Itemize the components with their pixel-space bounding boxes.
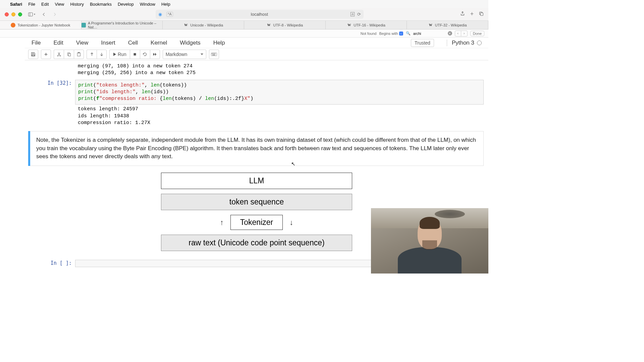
jp-menu-view[interactable]: View — [76, 40, 89, 46]
safari-toolbar: ▾ ◉ ᴬA localhost 🄰 ⟳ — [0, 8, 488, 21]
svg-rect-15 — [215, 53, 215, 54]
reader-aa-icon[interactable]: ᴬA — [166, 12, 173, 17]
diagram-tokseq-box: token sequence — [161, 194, 352, 210]
menu-window[interactable]: Window — [140, 2, 155, 7]
translate-icon[interactable]: 🄰 — [351, 12, 355, 17]
move-down-button[interactable] — [97, 50, 107, 59]
code-cell-32[interactable]: In [32]: print("tokens length:", len(tok… — [25, 80, 488, 128]
trusted-badge[interactable]: Trusted — [411, 39, 434, 47]
arrow-up-icon: ↑ — [220, 218, 224, 228]
menu-history[interactable]: History — [70, 2, 84, 7]
forward-button[interactable] — [51, 10, 59, 18]
cell-type-select[interactable]: Markdown — [163, 50, 206, 59]
find-notfound-label: Not found — [361, 32, 377, 36]
find-next-button[interactable]: › — [461, 31, 467, 36]
insert-cell-button[interactable] — [41, 50, 51, 59]
clear-search-icon[interactable]: ✕ — [448, 31, 452, 36]
cell-prompt-empty: In [ ]: — [25, 260, 75, 267]
tab-jupyter[interactable]: Tokenization - Jupyter Notebook — [0, 21, 82, 29]
prev-output: merging (97, 108) into a new token 274 m… — [75, 62, 488, 78]
privacy-shield-icon[interactable]: ◉ — [158, 12, 162, 17]
macos-menubar: Safari File Edit View History Bookmarks … — [0, 0, 488, 8]
minimize-window-button[interactable] — [11, 12, 15, 16]
jp-menu-file[interactable]: File — [32, 40, 41, 46]
menu-develop[interactable]: Develop — [118, 2, 134, 7]
tab-unicode-wiki[interactable]: WUnicode - Wikipedia — [163, 21, 244, 29]
wikipedia-favicon-icon: W — [428, 23, 433, 27]
tab-overview-icon[interactable] — [479, 11, 484, 17]
menu-bookmarks[interactable]: Bookmarks — [90, 2, 112, 7]
interrupt-button[interactable] — [130, 50, 140, 59]
diagram-tokenizer-box: Tokenizer — [230, 215, 283, 230]
jp-menu-kernel[interactable]: Kernel — [151, 40, 167, 46]
kernel-idle-icon — [477, 41, 482, 45]
jp-menu-edit[interactable]: Edit — [53, 40, 63, 46]
svg-rect-13 — [213, 53, 213, 54]
search-icon: 🔍 — [406, 31, 411, 36]
tab-unicode-blog[interactable]: A Programmer's Introduction to Unicode –… — [82, 21, 163, 29]
arrow-down-icon: ↓ — [289, 218, 293, 228]
jp-menu-widgets[interactable]: Widgets — [180, 40, 200, 46]
paste-button[interactable] — [74, 50, 84, 59]
copy-button[interactable] — [64, 50, 74, 59]
find-prev-button[interactable]: ‹ — [455, 31, 461, 36]
svg-rect-16 — [212, 54, 215, 55]
zoom-window-button[interactable] — [18, 12, 22, 16]
jupyter-menubar: File Edit View Insert Cell Kernel Widget… — [25, 38, 488, 48]
diagram-rawtext-box: raw text (Unicode code point sequence) — [161, 235, 352, 251]
find-mode-dropdown[interactable]: Begins with⌄ — [379, 32, 403, 36]
markdown-text: Note, the Tokenizer is a completely sepa… — [30, 131, 484, 166]
jupyter-favicon-icon — [11, 23, 15, 27]
tokenizer-diagram: LLM token sequence ↑ Tokenizer ↓ raw tex… — [161, 173, 352, 251]
tab-utf8-wiki[interactable]: WUTF-8 - Wikipedia — [244, 21, 326, 29]
restart-run-all-button[interactable] — [150, 50, 160, 59]
menu-help[interactable]: Help — [161, 2, 170, 7]
find-bar: Not found Begins with⌄ 🔍 ✕ ‹ › Done — [0, 29, 488, 38]
svg-rect-7 — [68, 53, 70, 56]
menu-file[interactable]: File — [28, 2, 35, 7]
webcam-overlay — [371, 208, 488, 274]
kernel-indicator[interactable]: Python 3 — [447, 40, 482, 46]
share-icon[interactable] — [460, 11, 465, 17]
menu-view[interactable]: View — [55, 2, 64, 7]
back-button[interactable] — [40, 10, 48, 18]
wikipedia-favicon-icon: W — [267, 23, 271, 27]
jupyter-toolbar: Run Markdown — [25, 48, 488, 60]
find-done-button[interactable]: Done — [470, 31, 484, 36]
sidebar-toggle[interactable]: ▾ — [28, 12, 35, 17]
address-host: localhost — [251, 12, 268, 17]
jp-menu-insert[interactable]: Insert — [101, 40, 115, 46]
move-up-button[interactable] — [87, 50, 97, 59]
chevron-down-icon: ⌄ — [399, 32, 403, 36]
close-window-button[interactable] — [5, 12, 9, 16]
app-name[interactable]: Safari — [10, 2, 22, 7]
reload-icon[interactable]: ⟳ — [357, 12, 361, 17]
new-tab-icon[interactable] — [470, 11, 474, 17]
jp-menu-help[interactable]: Help — [213, 40, 225, 46]
cut-button[interactable] — [54, 50, 64, 59]
cell-prompt: In [32]: — [25, 80, 75, 105]
tab-utf16-wiki[interactable]: WUTF-16 - Wikipedia — [326, 21, 407, 29]
find-input[interactable] — [413, 31, 445, 36]
save-button[interactable] — [28, 50, 38, 59]
wikipedia-favicon-icon: W — [183, 23, 188, 27]
run-button[interactable]: Run — [109, 50, 130, 59]
diagram-llm-box: LLM — [161, 173, 352, 189]
svg-rect-10 — [134, 53, 136, 55]
svg-rect-8 — [77, 53, 80, 56]
address-bar[interactable]: ◉ ᴬA localhost 🄰 ⟳ — [156, 10, 364, 19]
svg-rect-11 — [211, 53, 217, 56]
svg-point-5 — [59, 55, 61, 56]
find-nav: ‹ › — [455, 31, 468, 37]
menu-edit[interactable]: Edit — [41, 2, 49, 7]
svg-point-4 — [57, 55, 58, 56]
tab-utf32-wiki[interactable]: WUTF-32 - Wikipedia — [407, 21, 488, 29]
blog-favicon-icon — [82, 23, 86, 27]
wikipedia-favicon-icon: W — [347, 23, 352, 27]
svg-rect-12 — [212, 53, 212, 54]
code-input[interactable]: print("tokens length:", len(tokens)) pri… — [75, 80, 484, 105]
restart-button[interactable] — [140, 50, 150, 59]
markdown-cell-selected[interactable]: Note, the Tokenizer is a completely sepa… — [28, 131, 484, 166]
command-palette-button[interactable] — [209, 50, 219, 59]
jp-menu-cell[interactable]: Cell — [128, 40, 138, 46]
